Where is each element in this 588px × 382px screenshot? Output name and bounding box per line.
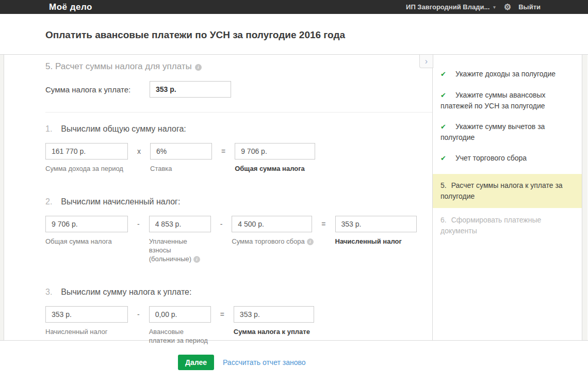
paid-contributions-input[interactable] — [149, 216, 211, 232]
sidebar-item-tax-calculation-active[interactable]: 5.Расчет суммы налога к уплате за полуго… — [433, 174, 582, 208]
field-accrued-tax: Начисленный налог — [335, 216, 417, 246]
equals-operator: = — [220, 306, 224, 323]
step-1-fields: Сумма дохода за период х Ставка = Общая … — [45, 143, 432, 173]
collapse-panel-button[interactable]: › — [419, 55, 433, 68]
step-3-fields: Начисленный налог - Авансовые платежи за… — [45, 306, 432, 345]
page-title: Оплатить авансовые платежи по УСН за пол… — [0, 14, 588, 41]
sidebar-item-label: Расчет суммы налога к уплате за полугоди… — [440, 181, 563, 200]
step-title: Вычислим начисленный налог: — [61, 197, 180, 206]
sidebar-item-incomes[interactable]: ✔Укажите доходы за полугодие — [433, 69, 582, 79]
accrued-tax-input[interactable] — [45, 306, 128, 323]
field-advance-payments: Авансовые платежи за период — [149, 306, 211, 345]
tax-to-pay-input[interactable] — [150, 81, 231, 98]
step-title: Вычислим общую сумму налога: — [61, 124, 186, 133]
equals-operator: = — [221, 143, 225, 160]
recalculate-link[interactable]: Рассчитать отчет заново — [223, 355, 306, 370]
summary-row: Сумма налога к уплате: — [45, 81, 432, 98]
section-title-text: 5. Расчет суммы налога для уплаты — [45, 61, 192, 71]
sidebar-item-label: Сформировать платежные документы — [440, 216, 541, 235]
sidebar-item-advance-payments[interactable]: ✔Укажите суммы авансовых платежей по УСН… — [433, 90, 582, 111]
step-number: 2. — [45, 197, 52, 206]
accrued-tax-input[interactable] — [335, 216, 417, 232]
trade-fee-input[interactable] — [232, 216, 312, 232]
field-label: Общая сумма налога — [235, 164, 315, 173]
check-icon: ✔ — [440, 154, 446, 162]
app-logo[interactable]: Моё дело — [49, 2, 92, 12]
sidebar-item-trade-fee[interactable]: ✔Учет торгового сбора — [433, 153, 582, 164]
topbar: Моё дело ИП Завгородний Влади... ▾ ⚙ Вый… — [0, 0, 588, 14]
step-3-header: 3.Вычислим сумму налога к уплате: — [45, 288, 432, 297]
income-input[interactable] — [45, 143, 128, 160]
chevron-down-icon[interactable]: ▾ — [493, 5, 496, 10]
info-icon[interactable]: i — [195, 64, 202, 71]
field-label: Сумма торгового сбораi — [232, 237, 312, 246]
field-label: Ставка — [150, 164, 212, 173]
info-icon[interactable]: i — [193, 256, 200, 263]
sidebar-item-label: Укажите доходы за полугодие — [455, 70, 556, 78]
content-area: 5. Расчет суммы налога для уплатыi Сумма… — [0, 54, 588, 341]
field-label: Общая сумма налога — [45, 237, 128, 246]
field-label: Сумма налога к уплате — [234, 327, 314, 336]
total-tax-input[interactable] — [235, 143, 315, 160]
minus-operator: - — [137, 216, 140, 232]
field-label: Авансовые платежи за период — [149, 327, 211, 345]
sidebar-item-payment-documents: 6.Сформировать платежные документы — [433, 215, 582, 236]
step-number: 5. — [440, 181, 447, 189]
field-label: Начисленный налог — [335, 237, 417, 246]
sidebar-item-label: Укажите суммы авансовых платежей по УСН … — [440, 91, 546, 110]
field-label: Уплаченные взносы (больничные)i — [149, 237, 211, 263]
field-accrued-tax: Начисленный налог — [45, 306, 128, 336]
step-number: 1. — [45, 124, 52, 133]
field-label: Начисленный налог — [45, 327, 128, 336]
step-number: 3. — [45, 288, 52, 296]
step-1-header: 1.Вычислим общую сумму налога: — [45, 124, 432, 134]
field-paid-contributions: Уплаченные взносы (больничные)i — [149, 216, 211, 263]
topbar-right: ИП Завгородний Влади... ▾ ⚙ Выйти — [406, 3, 541, 11]
title-bar: Оплатить авансовые платежи по УСН за пол… — [0, 14, 588, 54]
step-3: 3.Вычислим сумму налога к уплате: Начисл… — [45, 288, 432, 345]
field-tax-to-pay: Сумма налога к уплате — [234, 306, 314, 336]
section-title: 5. Расчет суммы налога для уплатыi — [45, 61, 432, 72]
summary-label: Сумма налога к уплате: — [45, 85, 150, 94]
left-gutter — [0, 55, 4, 340]
field-rate: Ставка — [150, 143, 212, 173]
field-trade-fee: Сумма торгового сбораi — [232, 216, 312, 246]
main-panel: 5. Расчет суммы налога для уплатыi Сумма… — [4, 55, 433, 340]
tax-to-pay-result-input[interactable] — [234, 306, 314, 323]
step-2-fields: Общая сумма налога - Уплаченные взносы (… — [45, 216, 432, 263]
step-title: Вычислим сумму налога к уплате: — [61, 288, 191, 296]
account-menu[interactable]: ИП Завгородний Влади... — [406, 3, 489, 11]
check-icon: ✔ — [440, 70, 446, 78]
minus-operator: - — [220, 216, 223, 232]
rate-input[interactable] — [150, 143, 212, 160]
step-2: 2.Вычислим начисленный налог: Общая сумм… — [45, 197, 432, 263]
right-gutter — [582, 55, 587, 340]
multiply-operator: х — [137, 143, 141, 160]
sidebar-item-label: Укажите сумму вычетов за полугодие — [440, 122, 545, 141]
advance-payments-input[interactable] — [149, 306, 211, 323]
field-label: Сумма дохода за период — [45, 164, 128, 173]
sidebar-item-label: Учет торгового сбора — [455, 154, 527, 162]
equals-operator: = — [321, 216, 325, 232]
total-tax-input[interactable] — [45, 216, 128, 232]
footer-actions: Далее Рассчитать отчет заново — [0, 341, 588, 381]
step-number: 6. — [440, 216, 447, 224]
minus-operator: - — [137, 306, 140, 323]
divider — [45, 112, 432, 113]
field-total-tax: Общая сумма налога — [235, 143, 315, 173]
gear-icon[interactable]: ⚙ — [504, 3, 511, 11]
check-icon: ✔ — [440, 91, 446, 99]
logout-link[interactable]: Выйти — [518, 3, 541, 11]
chevron-right-icon: › — [425, 57, 428, 66]
field-total-tax: Общая сумма налога — [45, 216, 128, 246]
step-2-header: 2.Вычислим начисленный налог: — [45, 197, 432, 206]
check-icon: ✔ — [440, 123, 446, 131]
step-1: 1.Вычислим общую сумму налога: Сумма дох… — [45, 124, 432, 173]
field-income: Сумма дохода за период — [45, 143, 128, 173]
next-button[interactable]: Далее — [178, 355, 214, 370]
info-icon[interactable]: i — [307, 238, 314, 245]
sidebar-item-deductions[interactable]: ✔Укажите сумму вычетов за полугодие — [433, 121, 582, 142]
steps-sidebar: ✔Укажите доходы за полугодие ✔Укажите су… — [433, 55, 582, 340]
